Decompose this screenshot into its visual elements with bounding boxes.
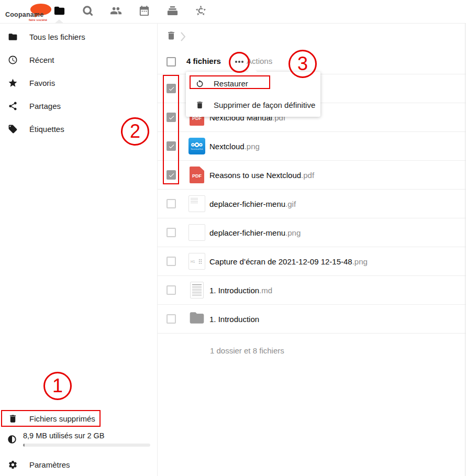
sidebar-item-deleted-files[interactable]: Fichiers supprimés [0,407,157,430]
row-checkbox[interactable] [167,285,176,295]
undo-icon [195,79,204,88]
row-checkbox[interactable] [167,314,176,324]
breadcrumb [158,24,466,49]
trash-icon [166,30,176,43]
row-checkbox[interactable] [167,141,176,151]
selected-count: 4 fichiers [186,57,221,65]
tag-icon [7,124,18,134]
trash-icon [7,413,18,424]
actions-menu-button[interactable] [232,56,246,68]
actions-label[interactable]: Actions [247,57,272,65]
contacts-icon [110,5,122,19]
folder-icon [188,309,205,328]
row-checkbox[interactable] [167,228,176,237]
quota-section: 8,9 MB utilisés sur 2 GB [0,429,157,450]
row-checkbox[interactable] [167,113,176,122]
clock-icon [7,54,18,65]
popup-caret [248,67,257,72]
deck-icon [167,5,179,19]
trash-icon [195,101,204,110]
sidebar-item-settings[interactable]: Paramètres [0,453,157,476]
file-name: deplacer-fichier-menu.gif [209,190,296,218]
actions-popup-menu: Restaurer Supprimer de façon définitive [186,72,320,117]
sidebar-item-label: Récent [29,56,54,64]
search-icon [82,5,94,19]
file-name: Reasons to use Nextcloud.pdf [209,161,314,190]
sidebar-item-tags[interactable]: Étiquettes [0,117,157,140]
pdf-file-icon: PDF [190,167,204,183]
active-app-indicator [54,19,64,24]
star-icon [7,78,18,88]
brand-tagline: faire société [29,18,47,21]
calendar-app-button[interactable] [130,0,158,23]
file-row[interactable]: PDFReasons to use Nextcloud.pdf [158,161,466,190]
topbar: Coopaname faire société [0,0,466,24]
file-row[interactable]: H1Capture d’écran de 2021-12-09 12-15-48… [158,247,466,276]
nextcloud-files-app: Coopaname faire société [0,0,466,476]
sidebar-item-shares[interactable]: Partages [0,94,157,117]
file-row[interactable]: 1. Introduction.md [158,276,466,305]
quota-pie-icon [7,435,18,445]
sidebar-item-favorites[interactable]: Favoris [0,71,157,94]
sidebar-item-label: Favoris [29,79,55,87]
chevron-right-icon [179,30,188,43]
sidebar-item-label: Fichiers supprimés [29,414,95,423]
breadcrumb-trash-root[interactable] [165,30,177,43]
selection-header: 4 fichiers Actions [158,49,466,74]
app-navigation [45,0,215,23]
sidebar-item-all-files[interactable]: Tous les fichiers [0,25,157,48]
menu-item-label: Restaurer [214,79,248,88]
file-name: Nextcloud.png [209,132,260,161]
share-icon [7,101,18,111]
image-thumbnail [188,195,205,212]
menu-item-restore[interactable]: Restaurer [186,73,320,94]
files-sidebar: Tous les fichiers Récent Favoris Partage… [0,24,158,476]
quota-label: 8,9 MB utilisés sur 2 GB [23,431,105,440]
row-checkbox[interactable] [167,84,176,93]
file-row[interactable]: 1. Introduction [158,305,466,334]
text-document-thumbnail [190,282,204,298]
window-right-edge [465,24,465,476]
file-row[interactable]: deplacer-fichier-menu.png [158,218,466,247]
menu-item-label: Supprimer de façon définitive [214,101,315,109]
quota-progressbar [23,444,150,447]
sidebar-item-label: Tous les fichiers [29,32,85,41]
contacts-app-button[interactable] [102,0,130,23]
coopaname-app-button[interactable] [186,0,215,23]
menu-item-delete-permanently[interactable]: Supprimer de façon définitive [186,94,320,116]
row-checkbox[interactable] [167,257,176,266]
file-row[interactable]: deplacer-fichier-menu.gif [158,190,466,218]
file-count-summary: 1 dossier et 8 fichiers [210,336,284,366]
file-name: deplacer-fichier-menu.png [209,218,301,247]
activity-star-icon [195,5,207,19]
row-checkbox[interactable] [167,170,176,180]
select-all-checkbox[interactable] [167,57,176,67]
sidebar-item-label: Étiquettes [29,125,64,134]
image-thumbnail [188,224,205,241]
file-name: 1. Introduction.md [209,276,272,305]
file-name: Capture d’écran de 2021-12-09 12-15-48.p… [209,247,368,276]
folder-icon [7,31,18,42]
folder-icon [53,5,65,19]
sidebar-item-label: Paramètres [29,460,70,469]
quota-progress-fill [23,444,25,447]
sidebar-item-label: Partages [29,102,61,110]
deck-app-button[interactable] [158,0,186,23]
row-checkbox[interactable] [167,199,176,208]
search-app-button[interactable] [73,0,102,23]
calendar-icon [138,5,150,19]
sidebar-item-recent[interactable]: Récent [0,48,157,71]
nextcloud-logo-thumbnail: Nextcloud Hub [188,138,205,154]
brand-name: Coopaname [5,11,43,18]
file-row[interactable]: Nextcloud HubNextcloud.png [158,132,466,161]
image-thumbnail: H1 [188,253,205,270]
gear-icon [7,459,18,470]
file-name: 1. Introduction [209,305,259,334]
